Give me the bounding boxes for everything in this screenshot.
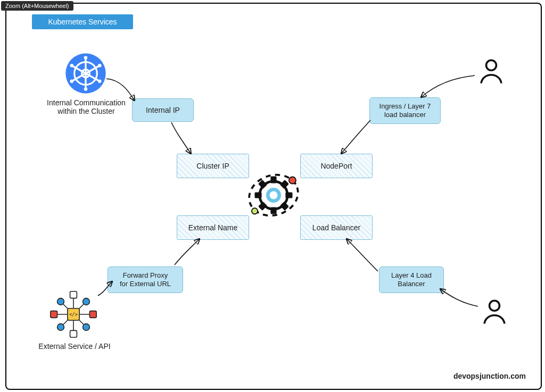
- box-ingress: Ingress / Layer 7 load balancer: [369, 97, 441, 124]
- svg-rect-25: [70, 330, 77, 337]
- svg-point-44: [289, 177, 296, 184]
- svg-rect-35: [270, 207, 276, 214]
- diagram-frame: Kubernetes Services Internal Communicati…: [5, 3, 542, 390]
- text-line: Balancer: [398, 280, 425, 288]
- box-external-name: External Name: [177, 215, 249, 240]
- svg-rect-37: [285, 192, 292, 198]
- box-cluster-ip: Cluster IP: [177, 154, 249, 178]
- svg-rect-26: [51, 311, 57, 318]
- box-load-balancer: Load Balancer: [300, 215, 373, 240]
- text-line: Internal Communication: [38, 98, 134, 107]
- text-line: Forward Proxy: [123, 271, 168, 280]
- text-line: load balancer: [384, 111, 426, 119]
- svg-text:</>: </>: [69, 312, 78, 317]
- svg-point-29: [83, 298, 90, 305]
- box-forward-proxy: Forward Proxy for External URL: [108, 266, 183, 293]
- svg-point-7: [84, 87, 88, 91]
- svg-rect-34: [270, 177, 276, 184]
- text-line: within the Cluster: [38, 107, 134, 115]
- zoom-tooltip: Zoom (Alt+Mousewheel): [1, 1, 73, 11]
- text-line: Ingress / Layer 7: [379, 102, 431, 111]
- api-icon: </>: [48, 289, 99, 340]
- attribution: devopsjunction.com: [453, 372, 526, 380]
- user-icon: [477, 57, 506, 86]
- box-layer4: Layer 4 Load Balancer: [379, 266, 444, 293]
- text-line: for External URL: [120, 280, 171, 288]
- gear-orbit-icon: [244, 165, 303, 225]
- box-internal-ip: Internal IP: [132, 98, 194, 122]
- svg-point-31: [83, 324, 90, 331]
- svg-point-11: [98, 64, 102, 68]
- svg-rect-27: [89, 311, 96, 318]
- user-icon: [480, 297, 509, 326]
- external-service-label: External Service / API: [33, 342, 116, 351]
- svg-point-8: [70, 64, 73, 68]
- text-line: Layer 4 Load: [391, 271, 432, 280]
- box-nodeport: NodePort: [300, 154, 373, 178]
- svg-point-43: [270, 191, 278, 199]
- svg-point-6: [84, 56, 88, 60]
- diagram-title: Kubernetes Services: [32, 14, 133, 29]
- diagram-canvas: Zoom (Alt+Mousewheel) Kubernetes Service…: [0, 0, 545, 392]
- svg-point-12: [486, 60, 497, 70]
- svg-point-10: [70, 79, 73, 83]
- internal-communication-label: Internal Communication within the Cluste…: [38, 98, 134, 115]
- svg-point-9: [98, 79, 102, 83]
- svg-point-13: [490, 301, 500, 311]
- kubernetes-icon: [64, 52, 108, 95]
- svg-rect-36: [255, 192, 262, 198]
- svg-point-28: [57, 298, 64, 305]
- svg-point-45: [252, 208, 258, 214]
- svg-rect-24: [70, 291, 77, 298]
- svg-point-30: [57, 324, 64, 331]
